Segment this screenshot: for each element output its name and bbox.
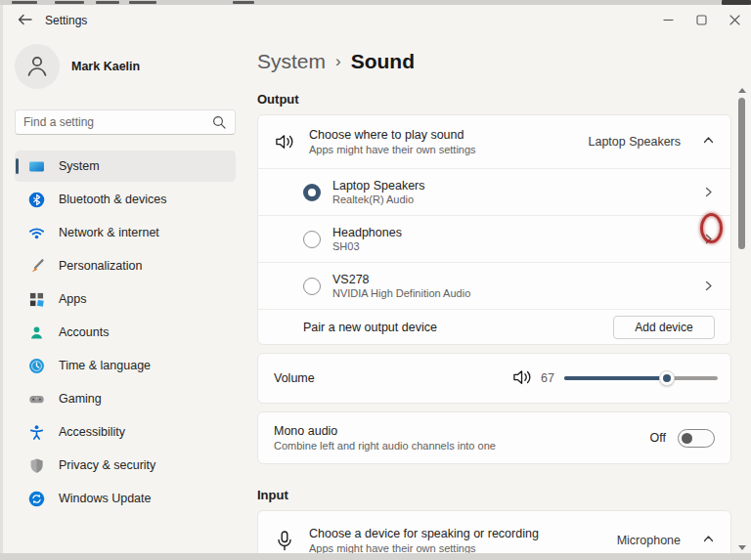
radio-vs278[interactable] <box>303 278 321 295</box>
sidebar-item-label: Accounts <box>59 325 109 339</box>
minimize-button[interactable] <box>651 5 685 35</box>
chevron-right-icon[interactable] <box>702 186 715 198</box>
gaming-icon <box>28 391 45 408</box>
sidebar-item-label: Network & internet <box>59 226 159 239</box>
chevron-right-icon[interactable] <box>702 280 715 292</box>
close-button[interactable] <box>718 5 751 35</box>
privacy-icon <box>28 457 45 474</box>
breadcrumb-separator: › <box>335 52 341 71</box>
sidebar-item-system[interactable]: System <box>15 151 236 182</box>
background-window-bottom-sliver <box>0 553 751 560</box>
accessibility-icon <box>28 424 45 441</box>
device-row-laptop-speakers[interactable]: Laptop SpeakersRealtek(R) Audio <box>258 168 730 215</box>
search-box[interactable] <box>15 109 236 135</box>
sidebar-item-windows-update[interactable]: Windows Update <box>15 483 236 514</box>
mono-audio-toggle[interactable] <box>678 429 715 448</box>
sidebar-item-personalization[interactable]: Personalization <box>15 250 236 281</box>
volume-slider-fill <box>564 376 667 380</box>
device-detail: Realtek(R) Audio <box>332 194 425 205</box>
device-detail: NVIDIA High Definition Audio <box>332 287 470 299</box>
annotation-circle <box>700 213 723 243</box>
system-icon <box>28 158 45 175</box>
selected-indicator <box>16 158 19 174</box>
scrollbar-thumb[interactable] <box>738 98 745 249</box>
main-content: System › Sound Output Choose where to pl… <box>257 35 731 560</box>
page-title: Sound <box>351 50 415 73</box>
sidebar-item-label: System <box>59 159 100 173</box>
toggle-knob <box>682 433 692 444</box>
sidebar-item-label: Time & language <box>59 359 151 372</box>
volume-slider[interactable] <box>564 370 718 386</box>
sidebar-item-bluetooth-and-devices[interactable]: Bluetooth & devices <box>15 184 236 215</box>
sidebar-nav: SystemBluetooth & devicesNetwork & inter… <box>3 151 247 514</box>
volume-value: 67 <box>541 371 554 385</box>
mono-audio-title: Mono audio <box>274 424 496 438</box>
background-window-top-sliver <box>0 0 751 5</box>
mono-audio-card: Mono audio Combine left and right audio … <box>257 411 731 464</box>
mono-audio-subtitle: Combine left and right audio channels in… <box>274 440 496 452</box>
maximize-icon <box>696 15 707 25</box>
sidebar-item-network-and-internet[interactable]: Network & internet <box>15 217 236 248</box>
chevron-up-icon[interactable] <box>702 134 715 150</box>
device-detail: SH03 <box>332 240 402 252</box>
sidebar-item-accessibility[interactable]: Accessibility <box>15 416 236 448</box>
sidebar-item-privacy-and-security[interactable]: Privacy & security <box>15 450 236 481</box>
mono-audio-state: Off <box>650 431 666 445</box>
device-row-vs278[interactable]: VS278NVIDIA High Definition Audio <box>258 262 730 309</box>
sidebar-item-gaming[interactable]: Gaming <box>15 383 236 414</box>
pair-device-label: Pair a new output device <box>303 321 437 334</box>
device-name: Laptop Speakers <box>332 179 425 193</box>
speaker-icon <box>274 133 295 151</box>
sidebar: Mark Kaelin SystemBluetooth & devicesNet… <box>3 35 247 553</box>
device-row-headphones[interactable]: HeadphonesSH03 <box>258 215 730 262</box>
output-section-heading: Output <box>257 92 731 107</box>
user-name: Mark Kaelin <box>71 60 140 73</box>
add-device-button[interactable]: Add device <box>613 316 715 339</box>
time-language-icon <box>28 358 45 374</box>
input-card-title: Choose a device for speaking or recordin… <box>309 527 539 540</box>
scrollbar[interactable] <box>735 86 748 552</box>
breadcrumb: System › Sound <box>257 47 731 76</box>
sidebar-item-label: Windows Update <box>59 492 152 505</box>
sidebar-item-accounts[interactable]: Accounts <box>15 317 236 348</box>
volume-slider-thumb[interactable] <box>659 370 675 386</box>
volume-card: Volume 67 <box>257 353 731 404</box>
pair-device-row: Pair a new output device Add device <box>258 309 730 344</box>
bluetooth-icon <box>28 192 45 208</box>
accounts-icon <box>28 324 45 341</box>
radio-headphones[interactable] <box>303 231 321 248</box>
volume-speaker-icon[interactable] <box>512 368 533 389</box>
search-input[interactable] <box>16 115 212 129</box>
back-arrow-icon <box>18 13 32 28</box>
breadcrumb-parent[interactable]: System <box>257 50 326 73</box>
network-icon <box>28 225 45 241</box>
selected-output-device: Laptop Speakers <box>588 135 681 149</box>
sidebar-item-label: Bluetooth & devices <box>59 193 167 206</box>
sidebar-item-label: Apps <box>59 292 87 306</box>
search-icon[interactable] <box>212 115 226 129</box>
titlebar: Settings <box>0 5 751 35</box>
selected-input-device: Microphone <box>617 534 681 547</box>
radio-selected-laptop-speakers[interactable] <box>303 184 321 201</box>
sidebar-item-label: Privacy & security <box>59 458 155 472</box>
personalization-icon <box>28 258 45 275</box>
output-card-subtitle: Apps might have their own settings <box>309 144 476 155</box>
avatar <box>15 44 60 89</box>
sidebar-item-label: Gaming <box>59 392 102 406</box>
apps-icon <box>28 291 45 308</box>
chevron-up-icon[interactable] <box>702 533 715 548</box>
windows-update-icon <box>28 491 45 507</box>
scrollbar-up-arrow-icon[interactable] <box>738 88 746 93</box>
output-card-header[interactable]: Choose where to play sound Apps might ha… <box>258 115 730 168</box>
device-list: Laptop SpeakersRealtek(R) AudioHeadphone… <box>258 168 730 309</box>
scrollbar-down-arrow-icon[interactable] <box>738 545 746 550</box>
sidebar-item-apps[interactable]: Apps <box>15 283 236 315</box>
back-button[interactable] <box>10 10 39 31</box>
device-name: VS278 <box>332 273 470 286</box>
sidebar-item-time-and-language[interactable]: Time & language <box>15 350 236 381</box>
user-profile[interactable]: Mark Kaelin <box>15 41 247 92</box>
window-title: Settings <box>45 14 87 27</box>
output-card-title: Choose where to play sound <box>309 128 476 142</box>
maximize-button[interactable] <box>685 5 718 35</box>
sidebar-item-label: Accessibility <box>59 425 125 439</box>
